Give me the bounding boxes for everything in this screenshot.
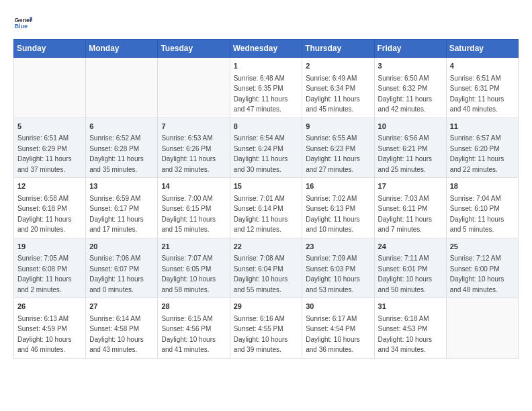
calendar-cell: 19Sunrise: 7:05 AM Sunset: 6:08 PM Dayli… [14,238,86,298]
day-number: 25 [450,241,515,253]
day-number: 8 [234,121,299,132]
calendar-cell: 1Sunrise: 6:48 AM Sunset: 6:35 PM Daylig… [230,58,302,118]
day-number: 3 [378,60,443,72]
calendar-cell: 30Sunrise: 6:17 AM Sunset: 4:54 PM Dayli… [302,298,374,359]
calendar-cell: 26Sunrise: 6:13 AM Sunset: 4:59 PM Dayli… [14,298,86,359]
day-info: Sunrise: 6:50 AM Sunset: 6:32 PM Dayligh… [378,73,443,115]
day-info: Sunrise: 6:51 AM Sunset: 6:29 PM Dayligh… [17,133,82,175]
day-info: Sunrise: 6:54 AM Sunset: 6:24 PM Dayligh… [234,133,299,175]
day-info: Sunrise: 6:56 AM Sunset: 6:21 PM Dayligh… [378,133,443,175]
calendar-cell: 14Sunrise: 7:00 AM Sunset: 6:15 PM Dayli… [158,178,230,238]
day-info: Sunrise: 7:02 AM Sunset: 6:13 PM Dayligh… [306,193,370,235]
day-number: 1 [234,60,299,72]
calendar-cell: 11Sunrise: 6:57 AM Sunset: 6:20 PM Dayli… [446,118,518,178]
day-number: 27 [89,301,154,312]
day-number: 23 [306,241,370,253]
day-of-week-sunday: Sunday [14,40,86,58]
day-info: Sunrise: 7:12 AM Sunset: 6:00 PM Dayligh… [450,253,515,295]
day-info: Sunrise: 6:59 AM Sunset: 6:17 PM Dayligh… [89,193,154,235]
calendar-cell: 22Sunrise: 7:08 AM Sunset: 6:04 PM Dayli… [230,238,302,298]
svg-text:General: General [14,17,32,24]
day-info: Sunrise: 6:55 AM Sunset: 6:23 PM Dayligh… [306,133,370,175]
day-info: Sunrise: 7:01 AM Sunset: 6:14 PM Dayligh… [234,193,299,235]
day-info: Sunrise: 7:00 AM Sunset: 6:15 PM Dayligh… [161,193,226,235]
calendar-cell: 8Sunrise: 6:54 AM Sunset: 6:24 PM Daylig… [230,118,302,178]
day-of-week-monday: Monday [86,40,158,58]
calendar-cell: 13Sunrise: 6:59 AM Sunset: 6:17 PM Dayli… [86,178,158,238]
calendar-cell: 9Sunrise: 6:55 AM Sunset: 6:23 PM Daylig… [302,118,374,178]
day-info: Sunrise: 6:17 AM Sunset: 4:54 PM Dayligh… [306,314,370,355]
calendar-cell: 31Sunrise: 6:18 AM Sunset: 4:53 PM Dayli… [374,298,446,359]
day-info: Sunrise: 7:06 AM Sunset: 6:07 PM Dayligh… [89,253,154,295]
day-of-week-wednesday: Wednesday [230,40,302,58]
day-number: 21 [161,241,226,253]
day-number: 11 [450,121,515,132]
day-info: Sunrise: 6:13 AM Sunset: 4:59 PM Dayligh… [17,314,82,355]
calendar-cell: 16Sunrise: 7:02 AM Sunset: 6:13 PM Dayli… [302,178,374,238]
calendar-week-2: 5Sunrise: 6:51 AM Sunset: 6:29 PM Daylig… [14,118,519,178]
calendar-cell: 4Sunrise: 6:51 AM Sunset: 6:31 PM Daylig… [446,58,518,118]
calendar-cell: 29Sunrise: 6:16 AM Sunset: 4:55 PM Dayli… [230,298,302,359]
day-number: 22 [234,241,299,253]
day-info: Sunrise: 7:05 AM Sunset: 6:08 PM Dayligh… [17,253,82,295]
day-number: 20 [89,241,154,253]
calendar-cell: 2Sunrise: 6:49 AM Sunset: 6:34 PM Daylig… [302,58,374,118]
day-info: Sunrise: 6:16 AM Sunset: 4:55 PM Dayligh… [234,314,299,355]
calendar-week-3: 12Sunrise: 6:58 AM Sunset: 6:18 PM Dayli… [14,178,519,238]
day-number: 5 [17,121,82,132]
day-number: 7 [161,121,226,132]
day-info: Sunrise: 6:58 AM Sunset: 6:18 PM Dayligh… [17,193,82,235]
day-info: Sunrise: 6:57 AM Sunset: 6:20 PM Dayligh… [450,133,515,175]
day-number: 18 [450,181,515,192]
calendar-cell [14,58,86,118]
logo: General Blue [13,13,36,32]
day-info: Sunrise: 6:51 AM Sunset: 6:31 PM Dayligh… [450,73,515,115]
page-header: General Blue [13,13,519,32]
day-info: Sunrise: 7:07 AM Sunset: 6:05 PM Dayligh… [161,253,226,295]
day-number: 13 [89,181,154,192]
day-info: Sunrise: 6:18 AM Sunset: 4:53 PM Dayligh… [378,314,443,355]
day-number: 28 [161,301,226,312]
day-info: Sunrise: 7:03 AM Sunset: 6:11 PM Dayligh… [378,193,443,235]
calendar-week-4: 19Sunrise: 7:05 AM Sunset: 6:08 PM Dayli… [14,238,519,298]
day-number: 19 [17,241,82,253]
day-info: Sunrise: 6:49 AM Sunset: 6:34 PM Dayligh… [306,73,370,115]
day-info: Sunrise: 6:53 AM Sunset: 6:26 PM Dayligh… [161,133,226,175]
day-number: 6 [89,121,154,132]
day-info: Sunrise: 6:14 AM Sunset: 4:58 PM Dayligh… [89,314,154,355]
day-number: 2 [306,60,370,72]
day-number: 24 [378,241,443,253]
day-info: Sunrise: 7:04 AM Sunset: 6:10 PM Dayligh… [450,193,515,235]
calendar-cell: 24Sunrise: 7:11 AM Sunset: 6:01 PM Dayli… [374,238,446,298]
day-number: 12 [17,181,82,192]
day-number: 29 [234,301,299,312]
day-number: 15 [234,181,299,192]
day-info: Sunrise: 7:09 AM Sunset: 6:03 PM Dayligh… [306,253,370,295]
day-info: Sunrise: 6:52 AM Sunset: 6:28 PM Dayligh… [89,133,154,175]
calendar-cell: 20Sunrise: 7:06 AM Sunset: 6:07 PM Dayli… [86,238,158,298]
calendar-cell: 3Sunrise: 6:50 AM Sunset: 6:32 PM Daylig… [374,58,446,118]
day-number: 14 [161,181,226,192]
calendar-cell: 7Sunrise: 6:53 AM Sunset: 6:26 PM Daylig… [158,118,230,178]
day-number: 16 [306,181,370,192]
calendar-cell: 25Sunrise: 7:12 AM Sunset: 6:00 PM Dayli… [446,238,518,298]
day-number: 9 [306,121,370,132]
day-number: 17 [378,181,443,192]
logo-icon: General Blue [13,13,32,32]
day-info: Sunrise: 7:11 AM Sunset: 6:01 PM Dayligh… [378,253,443,295]
day-info: Sunrise: 7:08 AM Sunset: 6:04 PM Dayligh… [234,253,299,295]
day-number: 31 [378,301,443,312]
calendar-cell: 6Sunrise: 6:52 AM Sunset: 6:28 PM Daylig… [86,118,158,178]
calendar-cell: 5Sunrise: 6:51 AM Sunset: 6:29 PM Daylig… [14,118,86,178]
calendar-cell: 27Sunrise: 6:14 AM Sunset: 4:58 PM Dayli… [86,298,158,359]
calendar-cell: 21Sunrise: 7:07 AM Sunset: 6:05 PM Dayli… [158,238,230,298]
calendar-cell: 18Sunrise: 7:04 AM Sunset: 6:10 PM Dayli… [446,178,518,238]
calendar-cell: 28Sunrise: 6:15 AM Sunset: 4:56 PM Dayli… [158,298,230,359]
svg-text:Blue: Blue [14,23,28,30]
day-info: Sunrise: 6:48 AM Sunset: 6:35 PM Dayligh… [234,73,299,115]
calendar-table: SundayMondayTuesdayWednesdayThursdayFrid… [13,39,519,359]
day-of-week-friday: Friday [374,40,446,58]
day-info: Sunrise: 6:15 AM Sunset: 4:56 PM Dayligh… [161,314,226,355]
calendar-cell: 15Sunrise: 7:01 AM Sunset: 6:14 PM Dayli… [230,178,302,238]
calendar-cell: 23Sunrise: 7:09 AM Sunset: 6:03 PM Dayli… [302,238,374,298]
